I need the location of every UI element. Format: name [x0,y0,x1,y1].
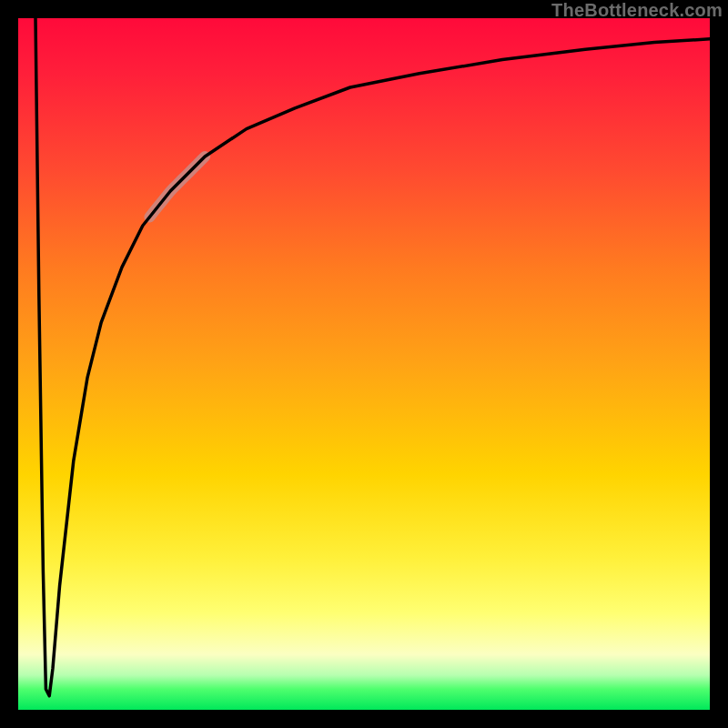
curve-main [35,18,710,696]
bottleneck-curve [18,18,710,710]
attribution-text: TheBottleneck.com [551,0,723,21]
plot-area [18,18,710,710]
chart-frame: TheBottleneck.com [0,0,728,728]
